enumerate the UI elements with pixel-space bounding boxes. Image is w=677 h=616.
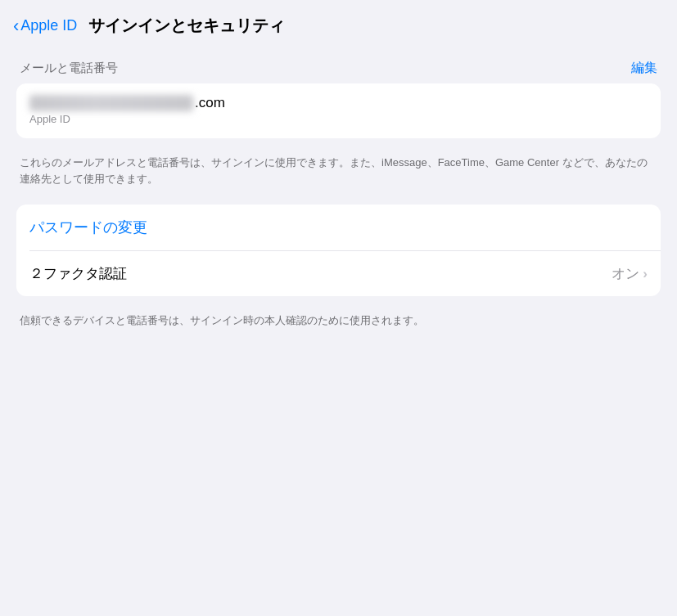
page-title: サインインとセキュリティ bbox=[88, 15, 285, 37]
email-value: .com bbox=[29, 95, 648, 111]
header: ‹ Apple ID サインインとセキュリティ bbox=[0, 0, 677, 45]
back-label: Apple ID bbox=[20, 17, 77, 34]
change-password-row[interactable]: パスワードの変更 bbox=[16, 205, 661, 250]
chevron-right-icon: › bbox=[643, 266, 648, 282]
email-section-header: メールと電話番号 編集 bbox=[16, 53, 661, 83]
email-description: これらのメールアドレスと電話番号は、サインインに使用できます。また、iMessa… bbox=[16, 146, 661, 198]
two-factor-label: ２ファクタ認証 bbox=[29, 264, 127, 283]
change-password-label: パスワードの変更 bbox=[29, 219, 147, 236]
email-suffix: .com bbox=[195, 95, 225, 111]
email-card: .com Apple ID bbox=[16, 83, 661, 138]
back-chevron-icon: ‹ bbox=[13, 17, 19, 35]
email-sublabel: Apple ID bbox=[29, 111, 648, 133]
two-factor-status: オン bbox=[612, 264, 639, 283]
email-blurred-part bbox=[29, 95, 193, 111]
two-factor-value-group: オン › bbox=[612, 264, 648, 283]
two-factor-row[interactable]: ２ファクタ認証 オン › bbox=[16, 251, 661, 296]
email-row: .com Apple ID bbox=[16, 83, 661, 138]
two-factor-description: 信頼できるデバイスと電話番号は、サインイン時の本人確認のために使用されます。 bbox=[16, 304, 661, 340]
edit-button[interactable]: 編集 bbox=[631, 60, 657, 77]
content-area: メールと電話番号 編集 .com Apple ID これらのメールアドレスと電話… bbox=[0, 45, 677, 340]
email-section-label: メールと電話番号 bbox=[20, 61, 118, 76]
security-card: パスワードの変更 ２ファクタ認証 オン › bbox=[16, 205, 661, 296]
back-button[interactable]: ‹ Apple ID bbox=[13, 17, 77, 35]
